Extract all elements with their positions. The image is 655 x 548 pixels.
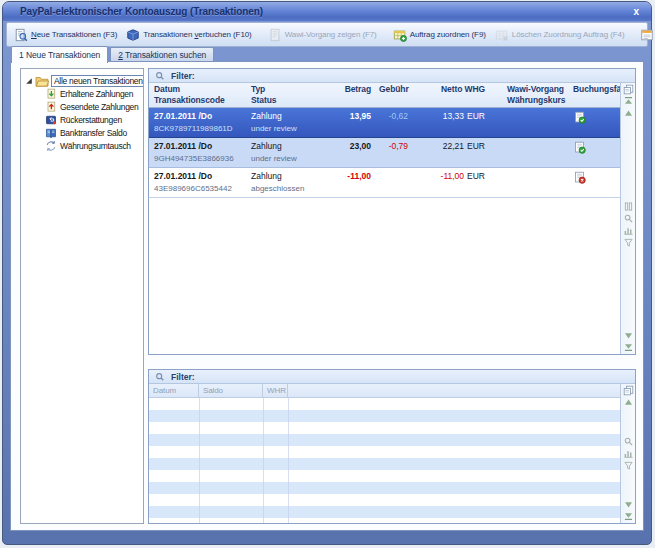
delete-order-assignment-icon — [495, 28, 509, 42]
col-betrag[interactable]: Betrag — [337, 84, 371, 95]
search-icon — [624, 214, 633, 223]
col-gebuehr[interactable]: Gebühr — [379, 84, 408, 95]
tree-item-label: Banktransfer Saldo — [60, 128, 127, 138]
show-wawi-order-icon — [268, 28, 282, 42]
scroll-up-button[interactable] — [622, 108, 634, 118]
scroll-down-button[interactable] — [622, 499, 634, 509]
col-saldo-whr[interactable]: WHR — [263, 384, 288, 397]
details-icon — [640, 28, 654, 42]
currency-exchange-icon — [45, 140, 57, 152]
chart-view-button[interactable] — [622, 448, 634, 458]
scroll-down-icon — [624, 501, 633, 508]
filter-search-icon — [155, 71, 165, 81]
search-rows-button[interactable] — [622, 213, 634, 223]
bookable-cross-icon — [573, 171, 586, 184]
filter-rows-button[interactable] — [622, 460, 634, 470]
saldo-table-header[interactable]: Datum Saldo WHR — [149, 384, 620, 398]
filter-label: Filter: — [171, 372, 195, 382]
tab-neue-transaktionen[interactable]: 1 Neue Transaktionen — [11, 46, 108, 63]
chart-icon — [624, 449, 633, 458]
filter-funnel-icon — [624, 238, 633, 247]
refunds-icon — [45, 114, 57, 126]
col-status[interactable]: Status — [251, 95, 329, 106]
scroll-up-button[interactable] — [622, 397, 634, 407]
assign-order-button[interactable]: Auftrag zuordnen (F9) — [389, 26, 490, 44]
col-buchungsfaehig[interactable]: Buchungsfähig — [573, 84, 617, 95]
tree-item-label: Erhaltene Zahlungen — [60, 89, 133, 99]
tree-item-gesendete-zahlungen[interactable]: Gesendete Zahlungen — [21, 100, 143, 113]
new-transactions-button[interactable]: Neue Transaktionen (F3) — [10, 26, 121, 44]
saldo-filter-bar[interactable]: Filter: — [149, 370, 635, 384]
details-button[interactable]: Details — [636, 26, 655, 44]
screen: PayPal-elektronischer Kontoauszug (Trans… — [0, 0, 655, 548]
filter-label: Filter: — [171, 71, 195, 81]
tab-label: 1 Neue Transaktionen — [19, 50, 100, 60]
tree-expand-icon[interactable] — [25, 77, 33, 85]
bookable-check-icon — [573, 141, 586, 154]
window-title: PayPal-elektronischer Kontoauszug (Trans… — [3, 6, 263, 17]
filter-rows-button[interactable] — [622, 237, 634, 247]
transactions-table: Filter: DatumTransaktionscode TypStatus … — [148, 68, 636, 355]
client-area: Alle neuen Transaktionen Erhaltene Zahlu… — [10, 61, 644, 531]
col-transaktionscode[interactable]: Transaktionscode — [154, 95, 243, 106]
tab-label: 2 Transaktionen suchen — [118, 50, 206, 60]
tree-item-alle-neuen-transaktionen[interactable]: Alle neuen Transaktionen — [21, 74, 143, 87]
scroll-down-button[interactable] — [622, 330, 634, 340]
scroll-last-icon — [624, 343, 633, 351]
column-chooser-button[interactable] — [622, 385, 634, 395]
column-chooser-icon — [623, 385, 634, 396]
saldo-empty-rows — [149, 398, 620, 523]
scroll-up-icon — [624, 399, 633, 406]
col-typ[interactable]: Typ — [251, 84, 329, 95]
post-transactions-icon — [126, 28, 140, 42]
bank-transfer-icon — [45, 127, 57, 139]
pin-rows-button[interactable] — [622, 201, 634, 211]
paypal-statement-window: PayPal-elektronischer Kontoauszug (Trans… — [2, 1, 652, 545]
tree-item-label: Gesendete Zahlungen — [60, 102, 138, 112]
chart-view-button[interactable] — [622, 225, 634, 235]
scroll-last-button[interactable] — [622, 511, 634, 521]
search-icon — [624, 437, 633, 446]
col-saldo-datum[interactable]: Datum — [149, 384, 199, 397]
transaction-row[interactable]: 27.01.2011 /Do8CK9789711989861D Zahlungu… — [149, 108, 620, 138]
scroll-first-button[interactable] — [622, 96, 634, 106]
col-saldo-saldo[interactable]: Saldo — [199, 384, 263, 397]
close-button[interactable]: x — [633, 7, 639, 17]
transactions-filter-bar[interactable]: Filter: — [149, 69, 635, 83]
new-search-document-icon — [14, 28, 28, 42]
column-chooser-button[interactable] — [622, 84, 634, 94]
scroll-last-button[interactable] — [622, 342, 634, 352]
filter-search-icon — [155, 372, 165, 382]
transaction-row[interactable]: 27.01.2011 /Do9GH494735E3866936 Zahlungu… — [149, 138, 620, 168]
column-chooser-icon — [623, 84, 634, 95]
col-saldo-spacer — [288, 384, 620, 397]
col-netto-whg[interactable]: Netto WHG — [416, 84, 485, 95]
tables-column: Filter: DatumTransaktionscode TypStatus … — [148, 68, 636, 524]
assign-order-icon — [393, 28, 407, 42]
tree-item-label: Währungsumtausch — [60, 141, 131, 151]
transaction-row[interactable]: 27.01.2011 /Do43E989696C6535442 Zahlunga… — [149, 168, 620, 198]
filter-funnel-icon — [624, 461, 633, 470]
tab-transaktionen-suchen[interactable]: 2 Transaktionen suchen — [110, 47, 214, 62]
col-waehrungskurs[interactable]: Währungskurs — [507, 95, 565, 106]
chart-icon — [624, 226, 633, 235]
button-label: Löschen Zuordnung Auftrag (F4) — [512, 30, 625, 39]
table-side-toolbar — [620, 83, 635, 354]
title-bar[interactable]: PayPal-elektronischer Kontoauszug (Trans… — [3, 2, 651, 21]
show-wawi-order-button[interactable]: Wawi-Vorgang zeigen (F7) — [264, 26, 381, 44]
tree-item-erhaltene-zahlungen[interactable]: Erhaltene Zahlungen — [21, 87, 143, 100]
tree-item-banktransfer-saldo[interactable]: Banktransfer Saldo — [21, 126, 143, 139]
col-datum[interactable]: Datum — [154, 84, 243, 95]
delete-order-assignment-button[interactable]: Löschen Zuordnung Auftrag (F4) — [491, 26, 629, 44]
col-wawi-vorgang[interactable]: Wawi-Vorgang — [507, 84, 565, 95]
search-rows-button[interactable] — [622, 436, 634, 446]
pin-rows-icon — [624, 202, 633, 211]
tree-item-waehrungsumtausch[interactable]: Währungsumtausch — [21, 139, 143, 152]
transactions-table-header[interactable]: DatumTransaktionscode TypStatus Betrag G… — [149, 83, 620, 108]
open-folder-icon — [35, 75, 49, 87]
transaction-tree-panel: Alle neuen Transaktionen Erhaltene Zahlu… — [20, 68, 144, 524]
post-transactions-button[interactable]: Transaktionen verbuchen (F10) — [122, 26, 255, 44]
tree-item-rueckerstattungen[interactable]: Rückerstattungen — [21, 113, 143, 126]
sent-payments-icon — [45, 101, 57, 113]
tab-strip: 1 Neue Transaktionen 2 Transaktionen suc… — [3, 47, 651, 62]
